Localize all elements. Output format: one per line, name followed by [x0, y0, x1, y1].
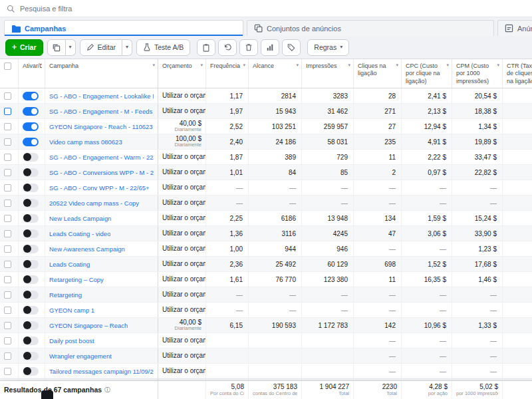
- tab-ads[interactable]: Anún: [497, 20, 532, 36]
- search-input[interactable]: [20, 5, 525, 13]
- undo-button[interactable]: [218, 39, 237, 56]
- campaign-toggle[interactable]: [23, 122, 39, 131]
- header-campaign[interactable]: Campanha ▾: [45, 59, 158, 88]
- campaign-link[interactable]: SG - ABO - Conversions WPP - M - 22/65+: [49, 169, 154, 176]
- campaign-link[interactable]: 20522 Video camp mass - Copy: [49, 200, 139, 207]
- edit-menu-button[interactable]: ▾: [122, 39, 132, 56]
- campaign-toggle[interactable]: [23, 352, 39, 360]
- campaign-toggle[interactable]: [23, 138, 39, 146]
- campaign-toggle[interactable]: [23, 260, 39, 269]
- duplicate-button[interactable]: [47, 39, 66, 56]
- header-cpm[interactable]: CPM (Custo por 1000 impressões) ▾: [452, 59, 503, 88]
- row-checkbox[interactable]: [4, 261, 11, 268]
- row-checkbox[interactable]: [4, 92, 11, 100]
- chevron-down-icon: ▾: [69, 45, 72, 50]
- campaign-toggle[interactable]: [23, 92, 39, 100]
- header-frequency[interactable]: Frequência ▾: [206, 59, 249, 88]
- campaign-toggle[interactable]: [23, 275, 39, 284]
- chat-widget[interactable]: [41, 390, 53, 399]
- campaign-link[interactable]: GYEON camp 1: [49, 307, 94, 314]
- campaign-toggle[interactable]: [23, 229, 39, 238]
- campaign-toggle[interactable]: [23, 184, 39, 192]
- header-budget[interactable]: Orçamento ▾: [158, 59, 206, 88]
- reach-cell: 2814: [249, 88, 302, 103]
- campaign-link[interactable]: Retargeting: [49, 291, 82, 299]
- tab-campaigns[interactable]: Campanhas: [4, 20, 243, 36]
- campaign-toggle[interactable]: [23, 321, 39, 330]
- campaign-toggle[interactable]: [23, 245, 39, 253]
- campaign-link[interactable]: Leads Coating: [49, 261, 90, 268]
- clicks-value: —: [389, 307, 396, 314]
- header-ctr[interactable]: CTR (Taxa de cliques na ligação: [503, 59, 532, 88]
- campaign-link[interactable]: SG - ABO - Conv WPP - M - 22/65+: [49, 184, 150, 192]
- delete-button[interactable]: [239, 39, 258, 56]
- campaign-link[interactable]: SG - ABO - Engagement - M - Feeds - 35/6…: [49, 108, 154, 115]
- select-all-checkbox[interactable]: [4, 63, 11, 70]
- row-checkbox[interactable]: [4, 307, 11, 314]
- row-checkbox[interactable]: [4, 368, 11, 375]
- campaign-link[interactable]: Retargeting – Copy: [49, 276, 104, 283]
- campaign-toggle[interactable]: [23, 168, 39, 177]
- header-impressions[interactable]: Impressões ▾: [302, 59, 354, 88]
- campaign-toggle[interactable]: [23, 336, 39, 345]
- row-checkbox[interactable]: [4, 291, 11, 299]
- campaign-link[interactable]: Leads Coating - video: [49, 230, 110, 237]
- info-icon[interactable]: ⓘ: [104, 387, 110, 393]
- header-toggle[interactable]: Ativar/D: [19, 59, 45, 88]
- campaign-link[interactable]: New Awareness Campaign: [49, 245, 125, 253]
- duplicate-menu-button[interactable]: ▾: [66, 39, 76, 56]
- campaign-toggle[interactable]: [23, 306, 39, 315]
- impressions-value: —: [341, 307, 348, 314]
- row-checkbox[interactable]: [4, 230, 11, 237]
- campaign-link[interactable]: GYEON Singapore - Reach - 110623: [49, 123, 153, 130]
- clipboard-button[interactable]: [197, 39, 215, 56]
- row-checkbox[interactable]: [4, 169, 11, 176]
- tags-button[interactable]: [282, 39, 301, 56]
- header-reach[interactable]: Alcance ▾: [249, 59, 302, 88]
- row-checkbox[interactable]: [4, 123, 11, 130]
- rules-button[interactable]: Regras ▾: [307, 39, 349, 56]
- campaign-toggle[interactable]: [23, 367, 39, 376]
- campaign-toggle[interactable]: [23, 153, 39, 162]
- campaign-link[interactable]: Wrangler engagement: [49, 352, 112, 360]
- cpm-cell: 1,46 $: [452, 272, 503, 287]
- create-button[interactable]: + Criar: [5, 39, 43, 56]
- campaign-link[interactable]: GYEON Singapore – Reach: [49, 322, 128, 329]
- row-checkbox[interactable]: [4, 352, 11, 360]
- campaign-link[interactable]: New Leads Campaign: [49, 215, 111, 222]
- campaign-link[interactable]: Daily post boost: [49, 337, 94, 344]
- row-checkbox[interactable]: [4, 337, 11, 344]
- campaign-toggle[interactable]: [23, 214, 39, 223]
- row-checkbox-cell: [0, 226, 19, 241]
- campaign-toggle[interactable]: [23, 291, 39, 299]
- campaign-link[interactable]: Tailored messages campaign 11/09/2022 Ca…: [49, 368, 154, 375]
- row-checkbox-cell: [0, 303, 19, 317]
- row-checkbox[interactable]: [4, 322, 11, 329]
- row-checkbox[interactable]: [4, 215, 11, 222]
- row-checkbox[interactable]: [4, 108, 11, 115]
- campaigns-table: Ativar/D Campanha ▾ Orçamento ▾ Frequênc…: [0, 59, 532, 399]
- campaign-toggle[interactable]: [23, 107, 39, 116]
- row-checkbox[interactable]: [4, 200, 11, 207]
- campaign-link[interactable]: Video camp mass 080623: [49, 138, 122, 146]
- flask-icon: [143, 43, 151, 51]
- tab-adsets[interactable]: Conjuntos de anúncios: [247, 20, 494, 36]
- row-checkbox[interactable]: [4, 276, 11, 283]
- ab-test-button[interactable]: Teste A/B: [136, 39, 190, 56]
- edit-button[interactable]: Editar: [80, 39, 122, 56]
- charts-button[interactable]: [261, 39, 279, 56]
- clicks-value: 11: [389, 276, 396, 283]
- row-checkbox[interactable]: [4, 245, 11, 253]
- row-checkbox[interactable]: [4, 154, 11, 161]
- impressions-cell: 123 380: [302, 272, 354, 287]
- campaign-link[interactable]: SG - ABO - Engagement - Lookalike Messag…: [49, 92, 154, 100]
- campaign-link[interactable]: SG - ABO - Engagement - Warm - 22/65+: [49, 154, 154, 161]
- header-clicks[interactable]: Cliques na ligação ▾: [354, 59, 402, 88]
- reach-cell: —: [249, 196, 302, 210]
- campaign-toggle[interactable]: [23, 199, 39, 207]
- row-checkbox[interactable]: [4, 138, 11, 146]
- row-checkbox-cell: [0, 150, 19, 164]
- row-checkbox[interactable]: [4, 184, 11, 192]
- header-cpc[interactable]: CPC (Custo por clique na ligação) ▾: [402, 59, 452, 88]
- frequency-cell: —: [206, 287, 249, 302]
